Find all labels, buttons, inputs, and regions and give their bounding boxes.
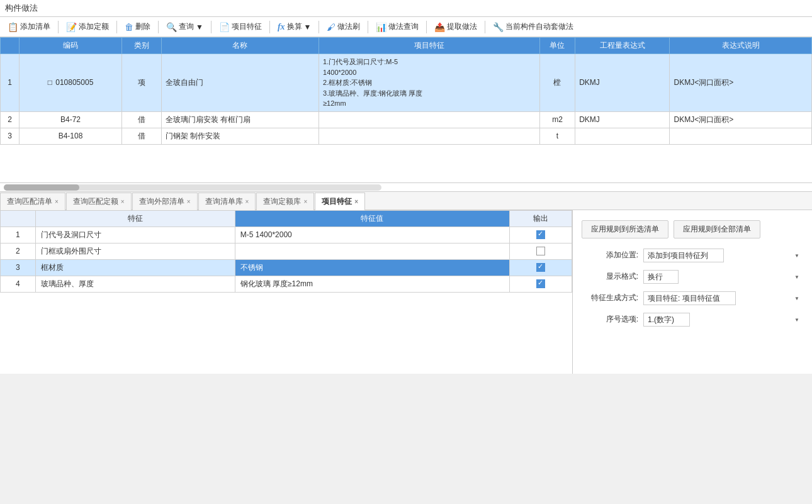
rule-query-button[interactable]: 📊 做法查询	[372, 20, 422, 34]
sep8	[426, 21, 427, 33]
add-list-icon: 📋	[8, 22, 18, 32]
rule-query-label: 做法查询	[388, 21, 419, 32]
scroll-area[interactable]	[0, 183, 812, 192]
lower-area: 特征 特征值 输出 1 门代号及洞口尺寸 M-5 1400*2000 2 门框或…	[0, 210, 812, 374]
feature-row-value[interactable]: 不锈钢	[235, 259, 509, 276]
row-name: 全玻自由门	[161, 54, 319, 112]
apply-selected-button[interactable]: 应用规则到所选清单	[582, 220, 668, 238]
query-arrow: ▼	[196, 23, 203, 31]
scroll-thumb	[4, 184, 79, 191]
display-format-select-wrap: 换行	[643, 270, 803, 284]
output-checkbox[interactable]	[536, 230, 545, 239]
apply-buttons-row: 应用规则到所选清单 应用规则到全部清单	[582, 220, 803, 238]
tab-close-icon[interactable]: ×	[187, 198, 191, 205]
feature-row[interactable]: 4 玻璃品种、厚度 钢化玻璃 厚度≥12mm	[1, 276, 572, 292]
col-header-expr: 工程量表达式	[575, 38, 670, 54]
tab-close-icon[interactable]: ×	[55, 198, 59, 205]
delete-icon: 🗑	[125, 22, 133, 32]
main-table: 编码 类别 名称 项目特征 单位 工程量表达式 表达式说明 1 □ 010805…	[0, 37, 812, 145]
add-position-row: 添加位置: 添加到项目特征列	[582, 249, 803, 262]
feature-row-name: 门代号及洞口尺寸	[35, 227, 235, 243]
row-type: 项	[121, 54, 161, 112]
auto-rule-button[interactable]: 🔧 当前构件自动套做法	[489, 20, 577, 34]
row-code: B4-108	[20, 128, 122, 144]
row-num: 3	[1, 128, 20, 144]
feature-row-output	[509, 227, 572, 243]
feature-row[interactable]: 3 框材质 不锈钢	[1, 259, 572, 276]
tab-match-quota[interactable]: 查询匹配定额×	[66, 193, 132, 210]
col-header-name: 名称	[161, 38, 319, 54]
item-feature-label: 项目特征	[232, 21, 262, 32]
row-expl: DKMJ<洞口面积>	[670, 54, 812, 112]
tabs-area: 查询匹配清单×查询匹配定额×查询外部清单×查询清单库×查询定额库×项目特征×	[0, 192, 812, 210]
feature-gen-mode-select-wrap: 项目特征: 项目特征值	[643, 291, 803, 305]
delete-button[interactable]: 🗑 删除	[121, 20, 154, 34]
apply-all-button[interactable]: 应用规则到全部清单	[674, 220, 760, 238]
col-header-unit: 单位	[539, 38, 575, 54]
sep9	[485, 21, 485, 33]
sep6	[319, 21, 319, 33]
feature-row-name: 玻璃品种、厚度	[35, 276, 235, 292]
row-feature	[319, 111, 540, 128]
feature-gen-mode-label: 特征生成方式:	[582, 293, 638, 303]
tab-outer-list[interactable]: 查询外部清单×	[132, 193, 198, 210]
sep3	[158, 21, 159, 33]
calc-button[interactable]: fx 换算 ▼	[274, 20, 315, 34]
rule-brush-button[interactable]: 🖌 做法刷	[323, 20, 364, 34]
feature-col-name: 特征	[35, 210, 235, 227]
row-expr: DKMJ	[575, 54, 670, 112]
display-format-select[interactable]: 换行	[643, 270, 679, 284]
feature-row[interactable]: 1 门代号及洞口尺寸 M-5 1400*2000	[1, 227, 572, 243]
output-checkbox[interactable]	[536, 263, 545, 272]
table-row[interactable]: 2 B4-72 借 全玻璃门扇安装 有框门扇 m2 DKMJ DKMJ<洞口面积…	[1, 111, 812, 128]
empty-rows	[0, 145, 812, 182]
add-position-select-wrap: 添加到项目特征列	[643, 249, 803, 262]
row-expl	[670, 128, 812, 144]
sequence-option-select[interactable]: 1.(数字)	[643, 313, 690, 327]
collapse-icon[interactable]: □	[48, 78, 55, 87]
tab-close-icon[interactable]: ×	[354, 198, 358, 205]
feature-row-value[interactable]: M-5 1400*2000	[235, 227, 509, 243]
rule-brush-label: 做法刷	[337, 21, 360, 32]
rule-query-icon: 📊	[376, 22, 386, 32]
feature-col-output: 输出	[509, 210, 572, 227]
display-format-label: 显示格式:	[582, 271, 638, 282]
row-code: B4-72	[20, 111, 122, 128]
query-icon: 🔍	[166, 22, 177, 32]
sequence-option-select-wrap: 1.(数字)	[643, 313, 803, 327]
feature-row-value[interactable]: 钢化玻璃 厚度≥12mm	[235, 276, 509, 292]
add-list-label: 添加清单	[20, 21, 50, 32]
add-position-select[interactable]: 添加到项目特征列	[643, 249, 724, 262]
row-expr	[575, 128, 670, 144]
add-quota-label: 添加定额	[79, 21, 109, 32]
add-list-button[interactable]: 📋 添加清单	[4, 20, 54, 34]
tab-close-icon[interactable]: ×	[245, 198, 249, 205]
feature-row-output	[509, 243, 572, 259]
toolbar: 📋 添加清单 📝 添加定额 🗑 删除 🔍 查询 ▼ 📄 项目特征 fx 换算 ▼…	[0, 17, 812, 37]
add-quota-button[interactable]: 📝 添加定额	[62, 20, 113, 34]
title-bar: 构件做法	[0, 0, 812, 17]
table-row[interactable]: 1 □ 010805005 项 全玻自由门 1.门代号及洞口尺寸:M-51400…	[1, 54, 812, 112]
table-row[interactable]: 3 B4-108 借 门钢架 制作安装 t	[1, 128, 812, 144]
tab-list-lib[interactable]: 查询清单库×	[198, 193, 256, 210]
feature-gen-mode-select[interactable]: 项目特征: 项目特征值	[643, 291, 736, 305]
query-button[interactable]: 🔍 查询 ▼	[162, 20, 207, 34]
output-checkbox[interactable]	[536, 279, 545, 288]
item-feature-button[interactable]: 📄 项目特征	[215, 20, 266, 34]
feature-row-name: 框材质	[35, 259, 235, 276]
sequence-option-row: 序号选项: 1.(数字)	[582, 313, 803, 327]
item-feature-icon: 📄	[219, 22, 230, 32]
lower-right: 应用规则到所选清单 应用规则到全部清单 添加位置: 添加到项目特征列 显示格式:…	[573, 210, 812, 374]
tab-quota-lib[interactable]: 查询定额库×	[256, 193, 314, 210]
extract-rule-button[interactable]: 📤 提取做法	[431, 20, 481, 34]
tab-match-list[interactable]: 查询匹配清单×	[0, 193, 65, 210]
feature-row-value[interactable]	[235, 243, 509, 259]
sep5	[269, 21, 270, 33]
tab-close-icon[interactable]: ×	[121, 198, 125, 205]
feature-row[interactable]: 2 门框或扇外围尺寸	[1, 243, 572, 259]
tab-close-icon[interactable]: ×	[303, 198, 307, 205]
row-code: □ 010805005	[20, 54, 122, 112]
add-position-label: 添加位置:	[582, 250, 638, 260]
tab-item-feature[interactable]: 项目特征×	[315, 193, 365, 210]
output-checkbox[interactable]	[536, 247, 545, 255]
